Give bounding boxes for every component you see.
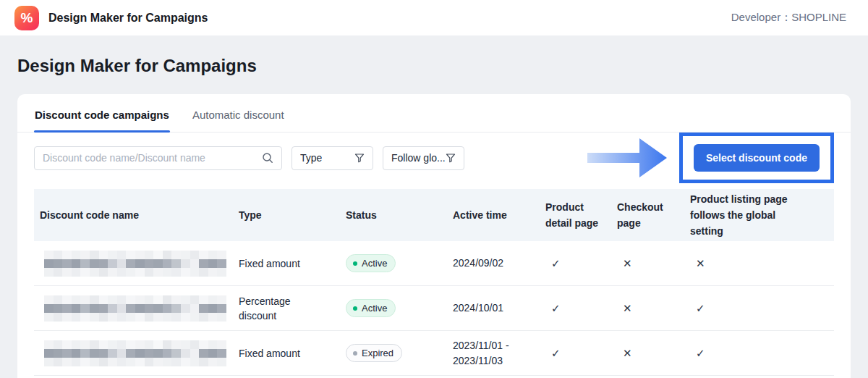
developer-account-label: Developer：SHOPLINE — [731, 11, 846, 25]
discount-code-name-cell — [34, 295, 233, 322]
product-detail-page-mark-cell: ✓ — [540, 347, 611, 360]
follow-global-filter-dropdown[interactable]: Follow glo... — [383, 146, 464, 170]
check-icon: ✓ — [696, 347, 705, 359]
search-input[interactable] — [43, 152, 262, 164]
cross-icon: ✕ — [623, 302, 632, 314]
redacted-name-mosaic — [44, 340, 226, 366]
status-label: Active — [362, 258, 387, 269]
status-label: Active — [362, 303, 387, 314]
filter-funnel-icon — [446, 153, 456, 163]
annotation-group: Select discount code — [587, 133, 834, 183]
tab-discount-code-campaigns[interactable]: Discount code campaigns — [34, 94, 170, 132]
type-filter-dropdown[interactable]: Type — [292, 146, 373, 170]
search-icon — [262, 152, 273, 164]
product-listing-follows-global-mark-cell: ✓ — [684, 347, 834, 360]
app-header-bar: % Design Maker for Campaigns Developer：S… — [0, 0, 868, 35]
status-cell: Active — [340, 254, 447, 272]
product-detail-page-mark-cell: ✓ — [540, 302, 611, 315]
table-row[interactable]: Fixed amountExpired2023/11/01 - 2023/11/… — [34, 331, 834, 376]
active-time-cell: 2024/10/01 — [447, 301, 540, 316]
discount-code-name-cell — [34, 251, 233, 277]
status-dot-icon — [353, 351, 357, 356]
redacted-name-mosaic — [44, 251, 226, 277]
column-header-type: Type — [233, 207, 340, 223]
checkout-page-mark-cell: ✕ — [611, 302, 684, 315]
check-icon: ✓ — [551, 347, 561, 359]
annotation-highlight-box: Select discount code — [679, 133, 834, 183]
page-title: Design Maker for Campaigns — [17, 56, 851, 76]
discount-code-name-cell — [34, 340, 233, 366]
status-cell: Active — [340, 299, 447, 317]
table-row[interactable]: Fixed amountActive2024/09/02✓✕✕ — [34, 241, 834, 286]
table-row[interactable]: Percentage discountActive2024/10/01✓✕✓ — [34, 286, 834, 331]
checkout-page-mark-cell: ✕ — [611, 257, 684, 270]
redacted-name-mosaic — [44, 295, 226, 322]
column-header-checkout-page: Checkout page — [611, 199, 684, 231]
main-card: Discount code campaignsAutomatic discoun… — [17, 94, 851, 378]
status-badge: Active — [346, 299, 396, 317]
select-discount-code-button[interactable]: Select discount code — [694, 144, 820, 172]
type-cell: Percentage discount — [233, 294, 340, 323]
check-icon: ✓ — [551, 257, 561, 269]
status-cell: Expired — [340, 344, 447, 362]
app-logo-percent-icon: % — [14, 6, 39, 30]
cross-icon: ✕ — [623, 257, 632, 269]
filter-row: Type Follow glo... Sel — [17, 133, 851, 183]
tab-automatic-discount[interactable]: Automatic discount — [192, 94, 285, 132]
active-time-cell: 2024/09/02 — [447, 256, 540, 271]
campaigns-table: Discount code name Type Status Active ti… — [34, 189, 834, 376]
tab-bar: Discount code campaignsAutomatic discoun… — [17, 94, 851, 133]
type-cell: Fixed amount — [233, 256, 340, 271]
table-body: Fixed amountActive2024/09/02✓✕✕Percentag… — [34, 241, 834, 376]
table-header-row: Discount code name Type Status Active ti… — [34, 189, 834, 241]
column-header-product-detail-page: Product detail page — [540, 199, 611, 231]
column-header-active-time: Active time — [447, 207, 540, 223]
cross-icon: ✕ — [623, 347, 632, 359]
product-detail-page-mark-cell: ✓ — [540, 257, 611, 270]
status-badge: Expired — [346, 344, 402, 362]
column-header-discount-code-name: Discount code name — [34, 207, 233, 223]
filter-funnel-icon — [354, 153, 365, 163]
search-box[interactable] — [34, 146, 282, 170]
app-title: Design Maker for Campaigns — [48, 12, 208, 25]
active-time-cell: 2023/11/01 - 2023/11/03 — [447, 338, 540, 369]
cross-icon: ✕ — [696, 257, 705, 269]
column-header-product-listing-follows-global: Product listing page follows the global … — [684, 191, 800, 239]
status-badge: Active — [346, 254, 396, 272]
check-icon: ✓ — [551, 302, 561, 314]
product-listing-follows-global-mark-cell: ✓ — [684, 302, 834, 315]
type-cell: Fixed amount — [233, 346, 340, 361]
check-icon: ✓ — [696, 302, 705, 314]
product-listing-follows-global-mark-cell: ✕ — [684, 257, 834, 270]
type-filter-label: Type — [300, 152, 322, 164]
status-label: Expired — [362, 348, 393, 358]
status-dot-icon — [353, 261, 357, 266]
checkout-page-mark-cell: ✕ — [611, 347, 684, 360]
status-dot-icon — [353, 306, 357, 311]
follow-global-filter-label: Follow glo... — [391, 152, 446, 164]
column-header-status: Status — [340, 207, 447, 223]
annotation-arrow-icon — [587, 137, 668, 179]
